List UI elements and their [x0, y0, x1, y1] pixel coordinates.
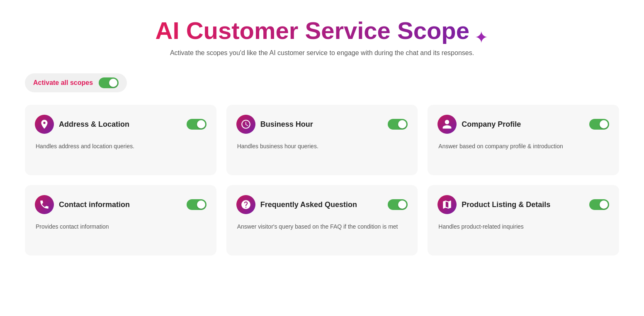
- card-title-row-business-hour: Business Hour: [236, 115, 313, 134]
- card-frequently-asked-question: Frequently Asked Question Answer visitor…: [226, 185, 418, 256]
- page-header: AI Customer Service Scope ✦ Activate the…: [25, 17, 619, 57]
- card-header-company-profile: Company Profile: [437, 115, 609, 134]
- location-icon: [35, 115, 54, 134]
- toggle-contact-information[interactable]: [187, 199, 207, 210]
- product-icon: [437, 195, 457, 214]
- card-title-frequently-asked-question: Frequently Asked Question: [260, 200, 357, 209]
- faq-icon: [236, 195, 255, 214]
- card-contact-information: Contact information Provides contact inf…: [25, 185, 216, 256]
- card-title-company-profile: Company Profile: [462, 120, 521, 129]
- card-header-product-listing: Product Listing & Details: [437, 195, 609, 214]
- card-description-product-listing: Handles product-related inquiries: [437, 222, 609, 231]
- page-title: AI Customer Service Scope: [156, 17, 470, 44]
- clock-icon: [236, 115, 255, 134]
- card-header-address-location: Address & Location: [35, 115, 207, 134]
- toggle-address-location[interactable]: [187, 119, 207, 130]
- activate-all-label: Activate all scopes: [33, 79, 93, 87]
- sparkle-icon: ✦: [474, 28, 488, 47]
- activate-all-pill: Activate all scopes: [25, 73, 127, 92]
- card-title-business-hour: Business Hour: [260, 120, 313, 129]
- card-title-row-address-location: Address & Location: [35, 115, 129, 134]
- card-title-row-contact-information: Contact information: [35, 195, 130, 214]
- card-description-contact-information: Provides contact information: [35, 222, 207, 231]
- card-description-company-profile: Answer based on company profile & introd…: [437, 142, 609, 151]
- card-title-product-listing: Product Listing & Details: [462, 200, 550, 209]
- card-header-business-hour: Business Hour: [236, 115, 408, 134]
- card-address-location: Address & Location Handles address and l…: [25, 105, 216, 175]
- card-product-listing: Product Listing & Details Handles produc…: [428, 185, 619, 256]
- activate-all-row: Activate all scopes: [25, 73, 619, 92]
- card-description-business-hour: Handles business hour queries.: [236, 142, 408, 151]
- card-company-profile: Company Profile Answer based on company …: [428, 105, 619, 175]
- contact-icon: [35, 195, 54, 214]
- toggle-product-listing[interactable]: [589, 199, 609, 210]
- toggle-frequently-asked-question[interactable]: [388, 199, 408, 210]
- card-title-row-company-profile: Company Profile: [437, 115, 521, 134]
- card-business-hour: Business Hour Handles business hour quer…: [226, 105, 418, 175]
- card-title-row-product-listing: Product Listing & Details: [437, 195, 550, 214]
- cards-grid: Address & Location Handles address and l…: [25, 105, 619, 256]
- page-subtitle: Activate the scopes you'd like the AI cu…: [25, 49, 619, 57]
- profile-icon: [437, 115, 457, 134]
- toggle-business-hour[interactable]: [388, 119, 408, 130]
- activate-all-toggle[interactable]: [99, 77, 119, 88]
- card-header-contact-information: Contact information: [35, 195, 207, 214]
- toggle-company-profile[interactable]: [589, 119, 609, 130]
- card-description-address-location: Handles address and location queries.: [35, 142, 207, 151]
- card-title-address-location: Address & Location: [59, 120, 129, 129]
- card-title-row-frequently-asked-question: Frequently Asked Question: [236, 195, 357, 214]
- card-header-frequently-asked-question: Frequently Asked Question: [236, 195, 408, 214]
- card-title-contact-information: Contact information: [59, 200, 130, 209]
- card-description-frequently-asked-question: Answer visitor's query based on the FAQ …: [236, 222, 408, 231]
